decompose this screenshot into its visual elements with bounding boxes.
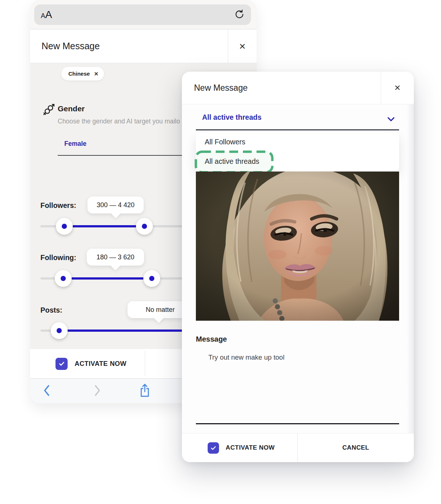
attached-photo: [196, 172, 399, 321]
modal-header: New Message ×: [182, 72, 414, 104]
audience-field-underline: [196, 129, 399, 130]
modal-footer: ACTIVATE NOW CANCEL: [182, 433, 414, 462]
remove-chip-icon[interactable]: ×: [94, 70, 98, 77]
posts-label: Posts:: [40, 306, 62, 314]
message-label: Message: [196, 335, 227, 343]
modal-body: All active threads All Followers All act…: [182, 104, 414, 433]
dropdown-option-all-active-threads[interactable]: All active threads: [196, 152, 399, 171]
following-slider-min-handle[interactable]: [55, 270, 72, 287]
audience-dropdown: All Followers All active threads: [196, 132, 399, 171]
gender-selected-value[interactable]: Female: [64, 140, 86, 148]
following-slider[interactable]: [40, 277, 202, 280]
followers-slider[interactable]: [40, 225, 202, 227]
chevron-down-icon[interactable]: [387, 116, 395, 123]
back-icon[interactable]: [41, 384, 52, 399]
cancel-button[interactable]: CANCEL: [298, 433, 414, 462]
activate-now-toggle[interactable]: ACTIVATE NOW: [55, 349, 126, 378]
language-chip[interactable]: Chinese ×: [61, 67, 104, 80]
posts-slider-active: [59, 330, 202, 332]
gender-section-title: Gender: [58, 104, 85, 113]
share-icon[interactable]: [138, 383, 151, 400]
following-slider-max-handle[interactable]: [143, 270, 160, 287]
following-range-tooltip: 180 — 3 620: [87, 249, 144, 266]
forward-icon[interactable]: [92, 384, 103, 399]
new-message-modal: New Message × All active threads All Fol…: [182, 72, 414, 462]
message-textarea[interactable]: Try out new make up tool: [208, 353, 392, 421]
audience-select[interactable]: All active threads: [202, 113, 261, 122]
browser-chrome: A A: [30, 0, 257, 29]
modal-activate-toggle[interactable]: ACTIVATE NOW: [182, 433, 298, 462]
modal-close-button[interactable]: ×: [381, 72, 414, 104]
footer-divider: [145, 351, 145, 376]
posts-slider[interactable]: [40, 330, 202, 332]
following-label: Following:: [40, 253, 76, 262]
language-chip-label: Chinese: [68, 71, 90, 77]
page-title: New Message: [30, 29, 228, 63]
posts-slider-handle[interactable]: [51, 322, 68, 339]
activate-now-label: ACTIVATE NOW: [75, 360, 126, 368]
followers-slider-max-handle[interactable]: [136, 218, 153, 235]
page-header: New Message ×: [30, 29, 257, 63]
followers-range-tooltip: 300 — 4 420: [87, 197, 144, 213]
dropdown-option-all-followers[interactable]: All Followers: [196, 132, 399, 152]
following-slider-active: [63, 277, 152, 280]
close-button[interactable]: ×: [228, 29, 257, 63]
modal-activate-checkbox[interactable]: [208, 442, 219, 454]
message-field-underline: [196, 423, 399, 424]
followers-label: Followers:: [40, 201, 76, 210]
address-bar[interactable]: A A: [34, 4, 251, 25]
gender-icon: [43, 103, 55, 117]
activate-checkbox[interactable]: [55, 358, 68, 370]
followers-slider-active: [64, 225, 144, 227]
modal-title: New Message: [182, 72, 381, 104]
followers-slider-min-handle[interactable]: [56, 218, 73, 235]
refresh-icon[interactable]: [234, 9, 244, 21]
modal-activate-label: ACTIVATE NOW: [226, 444, 275, 451]
reader-view-button[interactable]: A A: [41, 9, 52, 21]
